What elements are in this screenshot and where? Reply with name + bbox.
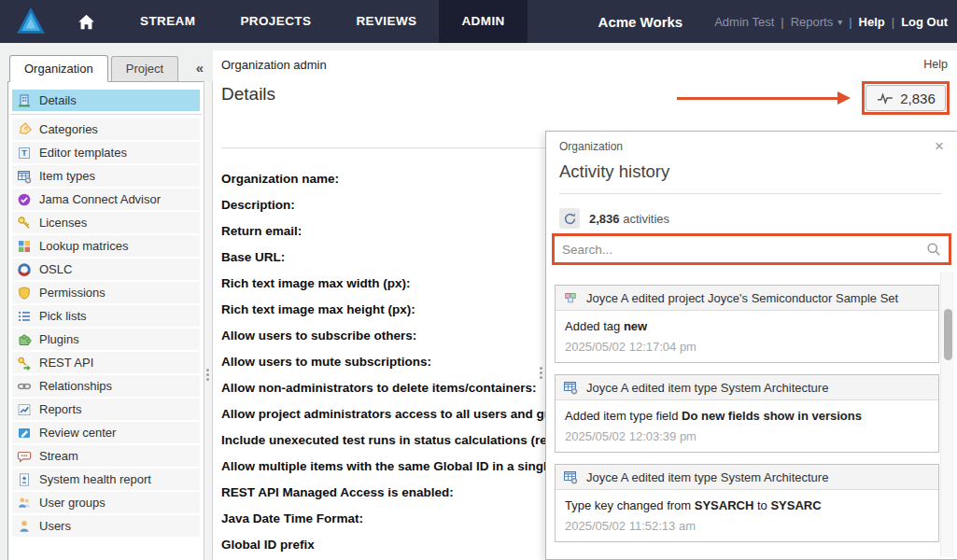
refresh-icon	[563, 212, 577, 226]
plugins-icon	[17, 332, 32, 347]
sidebar-splitter[interactable]	[204, 81, 213, 560]
sidebar-item-label: Relationships	[39, 379, 112, 393]
svg-text:T: T	[21, 148, 27, 158]
sidebar-item-editor-templates[interactable]: TEditor templates	[12, 142, 200, 163]
activity-card: Joyce A edited item type System Architec…	[555, 464, 939, 542]
sidebar-item-user-groups[interactable]: User groups	[12, 492, 200, 513]
home-icon[interactable]	[67, 0, 105, 43]
sidebar-item-details[interactable]: Details	[12, 90, 200, 111]
users-icon	[17, 519, 32, 534]
card-timestamp: 2025/05/02 12:03:39 pm	[556, 423, 938, 452]
logout-button[interactable]: Log Out	[901, 15, 948, 29]
search-icon	[926, 242, 941, 257]
refresh-button[interactable]	[559, 208, 580, 229]
sidebar-item-plugins[interactable]: Plugins	[12, 329, 200, 350]
card-body-segment: new	[624, 319, 647, 333]
categories-icon	[17, 122, 32, 137]
pick-lists-icon	[17, 309, 32, 324]
page-body: Organization Project « DetailsCategories…	[0, 43, 957, 560]
sidebar-item-label: Lookup matrices	[39, 239, 128, 253]
search-input[interactable]	[555, 237, 926, 261]
activity-card: Joyce A edited item type System Architec…	[555, 374, 939, 453]
sidebar-item-label: Pick lists	[39, 309, 87, 323]
sidebar-list: DetailsCategoriesTEditor templatesItem t…	[8, 90, 204, 537]
help-menu[interactable]: Help	[859, 15, 885, 29]
reports-menu[interactable]: Reports	[791, 15, 834, 29]
breadcrumb: Organization admin	[221, 58, 327, 72]
annotation-highlight-box: 2,836	[862, 81, 950, 115]
search-box-highlight	[552, 233, 951, 265]
primary-nav: STREAMPROJECTSREVIEWSADMIN	[118, 0, 528, 43]
user-groups-icon	[17, 496, 32, 511]
sidebar-item-rest-api[interactable]: REST API	[12, 352, 200, 373]
activity-count-button[interactable]: 2,836	[866, 85, 946, 111]
activity-history-panel: Organization × Activity history 2,836 ac…	[545, 131, 957, 560]
nav-item-stream[interactable]: STREAM	[118, 0, 218, 43]
page-title: Details	[221, 84, 275, 105]
tab-organization[interactable]: Organization	[9, 55, 108, 82]
sidebar-item-relationships[interactable]: Relationships	[12, 375, 200, 397]
card-body: Added tag new	[556, 311, 938, 333]
tab-project[interactable]: Project	[111, 56, 178, 81]
sidebar-item-review-center[interactable]: Review center	[12, 422, 200, 443]
sidebar-item-permissions[interactable]: Permissions	[12, 282, 200, 303]
nav-item-projects[interactable]: PROJECTS	[218, 0, 333, 43]
jama-connect-advisor-icon	[17, 192, 32, 207]
pulse-icon	[876, 91, 894, 105]
lookup-matrices-icon	[17, 239, 32, 254]
card-timestamp: 2025/05/02 12:17:04 pm	[556, 333, 938, 362]
sidebar-item-lookup-matrices[interactable]: Lookup matrices	[12, 235, 200, 257]
card-body-segment: to	[753, 498, 770, 512]
itemtype-icon	[563, 469, 578, 484]
panel-scrollbar[interactable]	[940, 272, 954, 557]
sidebar-item-categories[interactable]: Categories	[12, 119, 200, 140]
workspace-name: Acme Works	[598, 14, 683, 30]
help-link[interactable]: Help	[923, 58, 948, 71]
nav-separator: |	[849, 15, 851, 29]
nav-item-reviews[interactable]: REVIEWS	[333, 0, 439, 43]
sidebar-item-label: Stream	[39, 449, 78, 463]
top-navbar: STREAMPROJECTSREVIEWSADMIN Acme Works Ad…	[0, 0, 957, 43]
sidebar-item-oslc[interactable]: OSLC	[12, 259, 200, 280]
card-header: Joyce A edited item type System Architec…	[556, 465, 938, 490]
collapse-sidebar-icon[interactable]: «	[196, 60, 204, 76]
sidebar-item-reports[interactable]: Reports	[12, 399, 200, 420]
sidebar-item-pick-lists[interactable]: Pick lists	[12, 305, 200, 327]
permissions-icon	[17, 286, 32, 301]
annotation-arrowhead-icon	[837, 91, 851, 105]
activity-count: 2,836	[900, 91, 936, 106]
reports-icon	[17, 402, 32, 417]
card-body-segment: Type key changed from	[565, 498, 695, 512]
project-icon	[563, 290, 578, 305]
close-icon[interactable]: ×	[935, 137, 944, 156]
details-icon	[17, 93, 32, 108]
card-header-text: Joyce A edited item type System Architec…	[586, 470, 828, 484]
annotation-arrow	[677, 97, 837, 100]
card-timestamp: 2025/05/02 11:52:13 am	[556, 512, 938, 541]
sidebar-item-label: Details	[39, 93, 77, 107]
card-body: Added item type field Do new fields show…	[556, 400, 938, 423]
sidebar-item-system-health-report[interactable]: System health report	[12, 469, 200, 490]
current-user[interactable]: Admin Test	[714, 15, 774, 29]
item-types-icon	[17, 169, 32, 184]
sidebar-item-item-types[interactable]: Item types	[12, 165, 200, 187]
sidebar-item-jama-connect-advisor[interactable]: Jama Connect Advisor	[12, 189, 200, 210]
sidebar-item-label: Users	[39, 519, 71, 533]
sidebar-item-licenses[interactable]: Licenses	[12, 212, 200, 233]
sidebar-item-users[interactable]: Users	[12, 515, 200, 537]
jama-logo-icon[interactable]	[15, 7, 47, 36]
scrollbar-thumb[interactable]	[944, 309, 952, 360]
sidebar-item-label: REST API	[39, 356, 93, 370]
card-header: Joyce A edited item type System Architec…	[556, 375, 938, 400]
activity-card: Joyce A edited project Joyce's Semicondu…	[555, 285, 939, 363]
panel-resize-grip[interactable]	[540, 367, 542, 379]
relationships-icon	[17, 379, 32, 394]
review-center-icon	[17, 426, 32, 441]
sidebar-item-label: User groups	[39, 496, 106, 510]
admin-sidebar: DetailsCategoriesTEditor templatesItem t…	[7, 81, 204, 560]
card-body: Type key changed from SYSARCH to SYSARC	[556, 490, 938, 512]
sidebar-item-label: Item types	[39, 169, 95, 183]
sidebar-item-stream[interactable]: Stream	[12, 445, 200, 467]
section-divider	[221, 147, 546, 148]
nav-item-admin[interactable]: ADMIN	[439, 0, 527, 43]
